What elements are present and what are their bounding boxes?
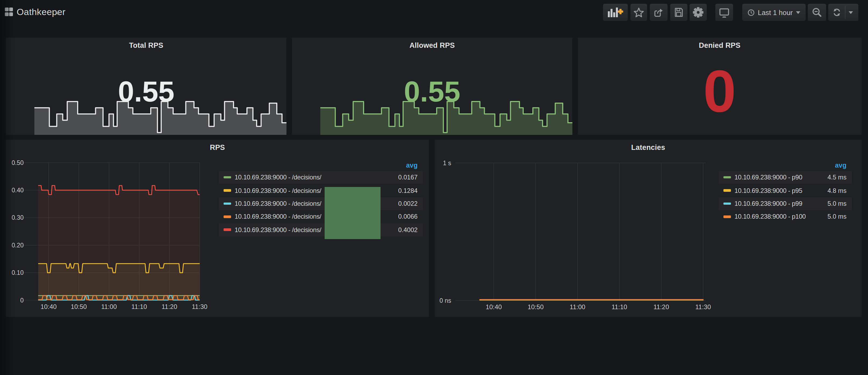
- settings-button[interactable]: [689, 4, 707, 21]
- series-name: 10.10.69.238:9000 - p90: [735, 174, 802, 181]
- series-avg-value: 0.0066: [398, 213, 417, 221]
- svg-text:0.50: 0.50: [11, 159, 24, 166]
- svg-text:10:50: 10:50: [528, 303, 544, 311]
- star-icon: [633, 7, 644, 18]
- series-name: 10.10.69.238:9000 - p100: [735, 213, 806, 221]
- legend-row[interactable]: 10.10.69.238:9000 - p1005.0 ms: [719, 210, 852, 223]
- star-button[interactable]: [630, 4, 647, 21]
- legend-row[interactable]: 10.10.69.238:9000 - /decisions/0.0066: [219, 210, 423, 223]
- series-swatch[interactable]: [723, 176, 731, 179]
- series-swatch[interactable]: [723, 215, 731, 218]
- rps-legend: avg 10.10.69.238:9000 - /decisions/0.016…: [219, 162, 423, 237]
- series-avg-value: 5.0 ms: [828, 213, 846, 221]
- navbar: Oathkeeper: [0, 0, 868, 25]
- panel-denied-rps: Denied RPS 0: [578, 38, 862, 135]
- svg-text:10:50: 10:50: [71, 303, 87, 310]
- panel-total-rps: Total RPS 0.55: [6, 38, 286, 135]
- svg-text:0.40: 0.40: [11, 187, 24, 194]
- series-swatch[interactable]: [224, 176, 231, 179]
- monitor-icon: [719, 7, 730, 18]
- series-avg-value: 5.0 ms: [828, 200, 846, 207]
- series-avg-value: 0.0022: [398, 200, 417, 207]
- dashboards-grid-icon[interactable]: [5, 7, 13, 16]
- svg-text:10:40: 10:40: [486, 303, 502, 311]
- stat-value: 0.55: [6, 77, 286, 106]
- legend-avg-header[interactable]: avg: [719, 162, 852, 169]
- series-name: 10.10.69.238:9000 - /decisions/: [235, 200, 321, 207]
- panel-title[interactable]: Allowed RPS: [292, 41, 572, 50]
- series-swatch[interactable]: [723, 202, 731, 205]
- svg-text:11:10: 11:10: [131, 303, 147, 310]
- svg-text:0.10: 0.10: [11, 269, 24, 276]
- legend-row[interactable]: 10.10.69.238:9000 - /decisions/0.1284: [219, 184, 423, 197]
- refresh-button[interactable]: [828, 4, 858, 21]
- svg-text:1 s: 1 s: [443, 160, 451, 166]
- panel-title[interactable]: Total RPS: [6, 41, 286, 50]
- zoom-out-icon: [812, 7, 822, 18]
- legend-row[interactable]: 10.10.69.238:9000 - p954.8 ms: [719, 184, 852, 197]
- gear-icon: [692, 6, 704, 18]
- svg-text:11:00: 11:00: [570, 303, 585, 311]
- latencies-legend: avg 10.10.69.238:9000 - p904.5 ms10.10.6…: [719, 162, 852, 223]
- series-swatch[interactable]: [224, 202, 231, 205]
- legend-avg-header[interactable]: avg: [219, 162, 423, 169]
- series-avg-value: 4.8 ms: [828, 187, 846, 194]
- series-name: 10.10.69.238:9000 - p95: [735, 187, 802, 194]
- share-icon: [653, 7, 664, 18]
- series-swatch[interactable]: [723, 189, 731, 192]
- save-button[interactable]: [670, 4, 687, 21]
- svg-text:0 ns: 0 ns: [440, 297, 451, 304]
- series-swatch[interactable]: [224, 228, 231, 231]
- save-icon: [674, 7, 684, 18]
- bar-chart-plus-icon: [607, 6, 623, 18]
- legend-row[interactable]: 10.10.69.238:9000 - /decisions/0.4002: [219, 223, 423, 237]
- series-avg-value: 0.4002: [398, 226, 417, 234]
- series-name: 10.10.69.238:9000 - /decisions/: [235, 187, 321, 194]
- svg-text:0.20: 0.20: [11, 242, 24, 249]
- legend-row[interactable]: 10.10.69.238:9000 - p995.0 ms: [719, 197, 852, 210]
- svg-text:11:30: 11:30: [695, 303, 711, 311]
- cycle-view-button[interactable]: [715, 4, 733, 21]
- divider: [845, 6, 845, 19]
- time-range-label: Last 1 hour: [758, 8, 793, 17]
- series-name: 10.10.69.238:9000 - /decisions/: [235, 226, 321, 234]
- series-avg-value: 0.0167: [398, 174, 417, 181]
- svg-text:11:00: 11:00: [101, 303, 117, 310]
- series-name: 10.10.69.238:9000 - p99: [735, 200, 802, 207]
- zoom-out-button[interactable]: [808, 4, 826, 21]
- svg-text:0: 0: [20, 297, 24, 304]
- clock-icon: [748, 9, 754, 16]
- add-panel-button[interactable]: [603, 4, 628, 21]
- series-name: 10.10.69.238:9000 - /decisions/: [235, 213, 321, 221]
- svg-text:0.30: 0.30: [11, 214, 24, 221]
- time-range-picker[interactable]: Last 1 hour: [742, 4, 806, 21]
- dashboard-title-caret-icon[interactable]: [56, 12, 60, 15]
- time-range-caret-icon: [796, 11, 800, 14]
- series-name: 10.10.69.238:9000 - /decisions/: [235, 174, 321, 181]
- svg-text:11:30: 11:30: [192, 303, 208, 310]
- refresh-icon: [832, 7, 842, 17]
- panel-allowed-rps: Allowed RPS 0.55: [292, 38, 572, 135]
- legend-row[interactable]: 10.10.69.238:9000 - p904.5 ms: [719, 171, 852, 184]
- legend-color-overlay: [324, 187, 381, 239]
- series-avg-value: 0.1284: [398, 187, 417, 194]
- stat-value: 0: [578, 62, 862, 121]
- svg-text:11:10: 11:10: [612, 303, 627, 311]
- panel-rps: RPS 00.100.200.300.400.5010:4010:5011:00…: [6, 140, 429, 317]
- series-avg-value: 4.5 ms: [828, 174, 846, 181]
- svg-text:11:20: 11:20: [653, 303, 669, 311]
- svg-text:11:20: 11:20: [161, 303, 177, 310]
- share-button[interactable]: [650, 4, 667, 21]
- legend-row[interactable]: 10.10.69.238:9000 - /decisions/0.0167: [219, 171, 423, 184]
- svg-text:10:40: 10:40: [40, 303, 57, 310]
- stat-value: 0.55: [292, 77, 572, 106]
- refresh-interval-caret-icon[interactable]: [849, 11, 853, 14]
- series-swatch[interactable]: [224, 215, 231, 218]
- series-swatch[interactable]: [224, 189, 231, 192]
- legend-row[interactable]: 10.10.69.238:9000 - /decisions/0.0022: [219, 197, 423, 210]
- panel-title[interactable]: Denied RPS: [578, 41, 862, 50]
- panel-latencies: Latencies 0 ns1 s10:4010:5011:0011:1011:…: [435, 140, 862, 317]
